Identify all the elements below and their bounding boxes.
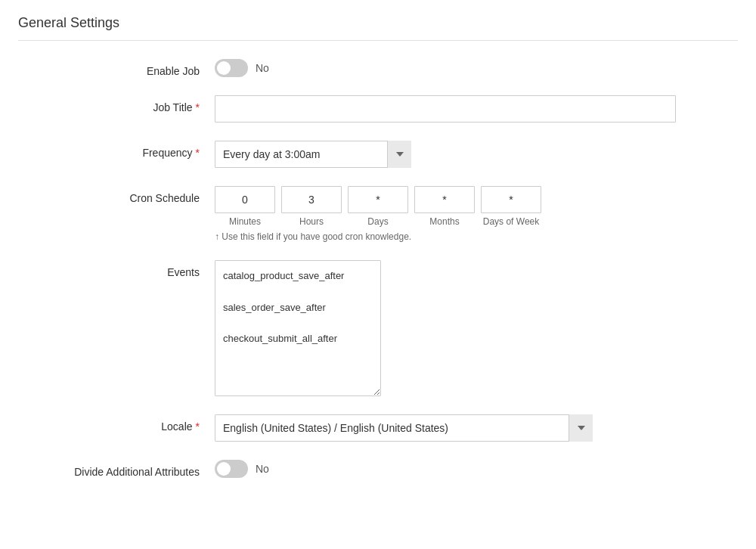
frequency-label: Frequency* (33, 141, 215, 159)
locale-select-wrapper: English (United States) / English (Unite… (215, 414, 593, 442)
cron-hours-input[interactable] (281, 186, 342, 213)
page-title: General Settings (18, 15, 738, 41)
frequency-select[interactable]: Every day at 3:00am Every hour Every 5 m… (215, 141, 411, 168)
cron-minutes-input[interactable] (215, 186, 275, 213)
cron-row-content: Minutes Hours Days Months (215, 186, 541, 242)
locale-row: Locale* English (United States) / Englis… (18, 414, 738, 442)
frequency-select-wrapper: Every day at 3:00am Every hour Every 5 m… (215, 141, 411, 168)
divide-additional-status: No (256, 463, 269, 475)
cron-months-input[interactable] (414, 186, 475, 213)
divide-additional-label: Divide Additional Attributes (33, 460, 215, 478)
enable-job-slider (215, 59, 248, 77)
enable-job-toggle-wrapper: No (215, 59, 269, 77)
cron-dow-input[interactable] (481, 186, 541, 213)
cron-schedule-label: Cron Schedule (33, 186, 215, 204)
locale-select[interactable]: English (United States) / English (Unite… (215, 414, 593, 442)
frequency-required: * (196, 147, 200, 159)
divide-additional-slider (215, 460, 248, 478)
job-title-control (215, 95, 723, 123)
cron-dow-field: Days of Week (481, 186, 541, 227)
job-title-required: * (196, 101, 200, 113)
events-label: Events (33, 260, 215, 278)
cron-dow-label: Days of Week (483, 216, 539, 227)
cron-schedule-row: Cron Schedule Minutes Hours Days (18, 186, 738, 242)
job-title-row: Job Title* (18, 95, 738, 123)
cron-days-input[interactable] (348, 186, 408, 213)
enable-job-toggle[interactable] (215, 59, 248, 77)
frequency-control: Every day at 3:00am Every hour Every 5 m… (215, 141, 723, 168)
cron-hours-label: Hours (299, 216, 324, 227)
cron-hint: ↑ Use this field if you have good cron k… (215, 231, 541, 242)
enable-job-label: Enable Job (33, 59, 215, 77)
locale-control: English (United States) / English (Unite… (215, 414, 723, 442)
enable-job-row: Enable Job No (18, 59, 738, 77)
divide-additional-toggle[interactable] (215, 460, 248, 478)
locale-required: * (196, 420, 200, 433)
cron-months-label: Months (429, 216, 459, 227)
job-title-label: Job Title* (33, 95, 215, 113)
cron-inputs: Minutes Hours Days Months (215, 186, 541, 227)
events-textarea[interactable]: catalog_product_save_after sales_order_s… (215, 260, 381, 396)
cron-hours-field: Hours (281, 186, 342, 227)
cron-schedule-control: Minutes Hours Days Months (215, 186, 723, 242)
enable-job-control: No (215, 59, 723, 77)
job-title-input[interactable] (215, 95, 676, 123)
cron-days-field: Days (348, 186, 408, 227)
events-control: catalog_product_save_after sales_order_s… (215, 260, 723, 396)
divide-additional-row: Divide Additional Attributes No (18, 460, 738, 478)
divide-additional-toggle-wrapper: No (215, 460, 269, 478)
locale-label: Locale* (33, 414, 215, 433)
cron-minutes-field: Minutes (215, 186, 275, 227)
cron-minutes-label: Minutes (229, 216, 261, 227)
cron-months-field: Months (414, 186, 475, 227)
page-container: General Settings Enable Job No Job Title… (0, 0, 756, 511)
cron-days-label: Days (367, 216, 388, 227)
enable-job-status: No (256, 62, 269, 74)
frequency-row: Frequency* Every day at 3:00am Every hou… (18, 141, 738, 168)
events-row: Events catalog_product_save_after sales_… (18, 260, 738, 396)
divide-additional-control: No (215, 460, 723, 478)
